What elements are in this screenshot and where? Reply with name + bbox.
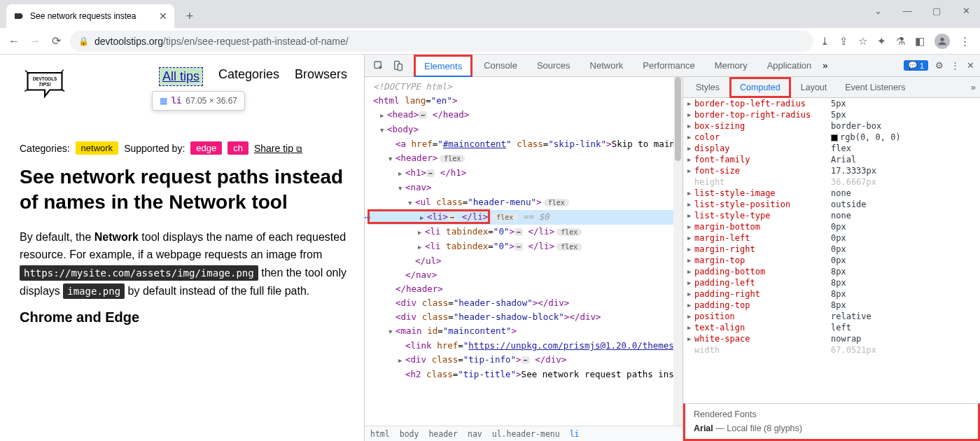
kebab-icon[interactable]: ⋮ xyxy=(960,35,970,48)
computed-property[interactable]: ▶margin-bottom0px xyxy=(683,221,980,232)
h1-node[interactable]: ▶<h1>⋯ </h1> xyxy=(368,166,682,181)
tip-info-node[interactable]: ▶<div class="tip-info">⋯ </div> xyxy=(368,353,682,368)
extensions-icon[interactable]: ✦ xyxy=(877,35,886,48)
crumb-ul[interactable]: ul.header-menu xyxy=(492,429,560,439)
computed-property[interactable]: ▶list-style-typenone xyxy=(683,210,980,221)
computed-property[interactable]: ▶font-size17.3333px xyxy=(683,165,980,176)
sidetab-computed[interactable]: Computed xyxy=(729,77,791,98)
chrome-badge[interactable]: ch xyxy=(227,141,248,155)
computed-property[interactable]: ▶colorrgb(0, 0, 0) xyxy=(683,132,980,143)
computed-property[interactable]: ▶padding-bottom8px xyxy=(683,266,980,277)
dom-scrollbar[interactable] xyxy=(673,77,682,426)
nav-browsers[interactable]: Browsers xyxy=(295,67,347,82)
tab-console[interactable]: Console xyxy=(475,56,526,75)
computed-property[interactable]: ▶padding-top8px xyxy=(683,300,980,311)
computed-property[interactable]: ▶displayflex xyxy=(683,143,980,154)
computed-property[interactable]: ▶list-style-positionoutside xyxy=(683,199,980,210)
computed-property[interactable]: ▶font-familyArial xyxy=(683,154,980,165)
tabs-overflow-icon[interactable]: » xyxy=(822,60,827,71)
header-node[interactable]: ▼<header>flex xyxy=(368,151,682,166)
devtools-close-icon[interactable]: ✕ xyxy=(967,60,974,71)
computed-property[interactable]: ▶margin-left0px xyxy=(683,232,980,244)
computed-property[interactable]: ▶padding-left8px xyxy=(683,277,980,288)
lock-icon[interactable]: 🔒 xyxy=(78,36,89,46)
computed-property[interactable]: width67.0521px xyxy=(683,344,980,356)
url-path: /tips/en/see-request-path-instead-of-nam… xyxy=(163,36,349,47)
edge-badge[interactable]: edge xyxy=(190,141,222,155)
maximize-icon[interactable]: ▢ xyxy=(928,6,945,16)
back-button[interactable]: ← xyxy=(7,35,21,48)
device-icon[interactable] xyxy=(390,60,407,71)
share-icon[interactable]: ⇪ xyxy=(839,35,848,48)
computed-property[interactable]: ▶padding-right8px xyxy=(683,288,980,300)
computed-property[interactable]: ▶margin-right0px xyxy=(683,244,980,255)
computed-property[interactable]: ▶list-style-imagenone xyxy=(683,188,980,199)
a-skip-node[interactable]: <a href="#maincontent" class="skip-link"… xyxy=(368,137,682,151)
new-tab-button[interactable]: + xyxy=(180,6,200,26)
tab-memory[interactable]: Memory xyxy=(706,56,756,75)
install-icon[interactable]: ⤓ xyxy=(820,35,830,48)
li-node-2[interactable]: ▶<li tabindex="0">⋯ </li>flex xyxy=(368,225,682,239)
category-badge[interactable]: network xyxy=(76,141,119,155)
crumb-html[interactable]: html xyxy=(370,429,390,439)
computed-property[interactable]: ▶border-top-left-radius5px xyxy=(683,98,980,109)
issues-badge[interactable]: 💬 1 xyxy=(904,60,928,71)
main-node[interactable]: ▼<main id="maincontent"> xyxy=(368,324,682,339)
computed-styles[interactable]: ▶border-top-left-radius5px▶border-top-ri… xyxy=(683,98,980,403)
shadow-div-node[interactable]: <div class="header-shadow"></div> xyxy=(368,296,682,310)
header-close-node[interactable]: </header> xyxy=(368,282,682,296)
nav-all-tips[interactable]: All tips xyxy=(159,67,203,86)
crumb-body[interactable]: body xyxy=(400,429,419,439)
sidetab-eventlisteners[interactable]: Event Listeners xyxy=(836,79,913,96)
gear-icon[interactable]: ⚙ xyxy=(935,60,944,71)
tab-application[interactable]: Application xyxy=(759,56,820,75)
computed-property[interactable]: ▶text-alignleft xyxy=(683,322,980,333)
browser-tab[interactable]: See network requests instea ✕ xyxy=(6,4,174,28)
close-icon[interactable]: ✕ xyxy=(958,6,974,16)
html-node[interactable]: <html lang="en"> xyxy=(368,94,682,108)
sidepanel-icon[interactable]: ◧ xyxy=(915,35,925,48)
link-node[interactable]: <link href="https://unpkg.com/prismjs@1.… xyxy=(368,339,682,353)
minimize-icon[interactable]: — xyxy=(899,6,916,16)
tab-sources[interactable]: Sources xyxy=(528,56,579,75)
sidetab-styles[interactable]: Styles xyxy=(687,79,728,96)
chevron-down-icon[interactable]: ⌄ xyxy=(869,6,886,16)
sidetab-layout[interactable]: Layout xyxy=(792,79,836,96)
shadow-block-div-node[interactable]: <div class="header-shadow-block"></div> xyxy=(368,310,682,324)
section-heading: Chrome and Edge xyxy=(20,309,347,326)
crumb-header[interactable]: header xyxy=(428,429,458,439)
sidetabs-overflow-icon[interactable]: » xyxy=(971,82,976,92)
profile-avatar[interactable] xyxy=(934,34,950,49)
computed-property[interactable]: ▶white-spacenowrap xyxy=(683,333,980,344)
nav-close-node[interactable]: </nav> xyxy=(368,268,682,282)
head-node[interactable]: ▶<head>⋯ </head> xyxy=(368,108,682,122)
devtools-kebab-icon[interactable]: ⋮ xyxy=(951,60,960,71)
body-node[interactable]: ▼<body> xyxy=(368,122,682,137)
crumb-li[interactable]: li xyxy=(570,429,580,439)
bookmark-icon[interactable]: ☆ xyxy=(858,35,867,48)
tab-performance[interactable]: Performance xyxy=(634,56,703,75)
tab-elements[interactable]: Elements xyxy=(414,55,472,77)
inspect-icon[interactable] xyxy=(370,60,387,71)
share-tip-link[interactable]: Share tip ⧉ xyxy=(254,143,302,154)
computed-property[interactable]: ▶positionrelative xyxy=(683,311,980,322)
computed-property[interactable]: ▶box-sizingborder-box xyxy=(683,120,980,132)
computed-property[interactable]: height36.6667px xyxy=(683,176,980,188)
tab-close-icon[interactable]: ✕ xyxy=(159,10,167,22)
url-bar[interactable]: 🔒 devtoolstips.org/tips/en/see-request-p… xyxy=(70,31,813,52)
crumb-nav[interactable]: nav xyxy=(468,429,482,439)
labs-icon[interactable]: ⚗ xyxy=(896,35,905,48)
ul-close-node[interactable]: </ul> xyxy=(368,254,682,268)
computed-property[interactable]: ▶border-top-right-radius5px xyxy=(683,109,980,120)
doctype-node[interactable]: <!DOCTYPE html> xyxy=(368,80,682,94)
nav-node[interactable]: ▼<nav> xyxy=(368,181,682,195)
ul-node[interactable]: ▼<ul class="header-menu">flex xyxy=(368,195,682,210)
reload-button[interactable]: ⟳ xyxy=(49,34,63,48)
tab-network[interactable]: Network xyxy=(582,56,632,75)
selected-li-node[interactable]: ⋯▶<li>⋯ </li>flex == $0 xyxy=(368,210,682,225)
h2-node[interactable]: <h2 class="tip-title">See network reques… xyxy=(368,368,682,382)
nav-categories[interactable]: Categories xyxy=(218,67,279,82)
dom-tree[interactable]: <!DOCTYPE html> <html lang="en"> ▶<head>… xyxy=(365,77,682,426)
computed-property[interactable]: ▶margin-top0px xyxy=(683,255,980,266)
li-node-3[interactable]: ▶<li tabindex="0">⋯ </li>flex xyxy=(368,239,682,254)
